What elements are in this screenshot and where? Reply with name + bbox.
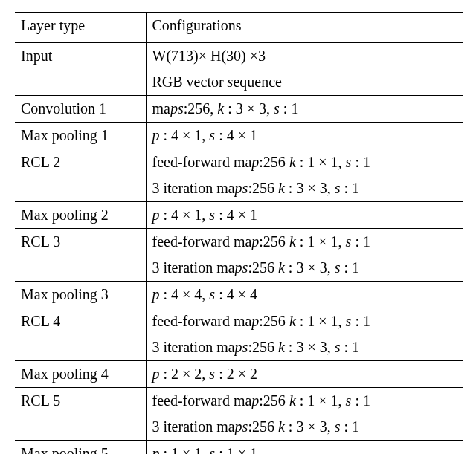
table-row: Max pooling 4p : 2 × 2, s : 2 × 2 [15,361,463,388]
config-cell: 3 iteration maps:256 k : 3 × 3, s : 1 [146,414,463,441]
config-cell: RGB vector sequence [146,69,463,96]
layer-type-cell: RCL 2 [15,149,146,202]
table-row: Max pooling 3p : 4 × 4, s : 4 × 4 [15,282,463,308]
table-row: Max pooling 1p : 4 × 1, s : 4 × 1 [15,123,463,149]
table-row: RCL 4feed-forward map:256 k : 1 × 1, s :… [15,308,463,334]
layer-type-cell: Max pooling 5 [15,441,146,454]
table-row: Max pooling 5p : 1 × 1, s : 1 × 1 [15,441,463,454]
table-row: RCL 2feed-forward map:256 k : 1 × 1, s :… [15,149,463,175]
table-row: RCL 5feed-forward map:256 k : 1 × 1, s :… [15,388,463,414]
layer-type-cell: RCL 3 [15,229,146,282]
config-cell: p : 4 × 1, s : 4 × 1 [146,202,463,229]
header-left: Layer type [15,13,146,39]
config-cell: W(713)× H(30) ×3 [146,43,463,70]
config-cell: feed-forward map:256 k : 1 × 1, s : 1 [146,388,463,414]
config-cell: p : 2 × 2, s : 2 × 2 [146,361,463,388]
table-header: Layer type Configurations [15,13,463,39]
config-cell: 3 iteration maps:256 k : 3 × 3, s : 1 [146,334,463,361]
config-cell: p : 1 × 1, s : 1 × 1 [146,441,463,454]
config-cell: feed-forward map:256 k : 1 × 1, s : 1 [146,149,463,175]
layer-type-cell: Convolution 1 [15,96,146,123]
layer-type-cell: Input [15,43,146,96]
layer-type-cell: Max pooling 2 [15,202,146,229]
config-cell: p : 4 × 4, s : 4 × 4 [146,282,463,308]
table-row: Max pooling 2p : 4 × 1, s : 4 × 1 [15,202,463,229]
table-row: Convolution 1maps:256, k : 3 × 3, s : 1 [15,96,463,123]
config-cell: feed-forward map:256 k : 1 × 1, s : 1 [146,308,463,334]
layer-type-cell: Max pooling 4 [15,361,146,388]
config-cell: 3 iteration maps:256 k : 3 × 3, s : 1 [146,175,463,202]
config-cell: feed-forward map:256 k : 1 × 1, s : 1 [146,229,463,255]
table-row: RCL 3feed-forward map:256 k : 1 × 1, s :… [15,229,463,255]
config-cell: 3 iteration maps:256 k : 3 × 3, s : 1 [146,255,463,282]
header-right: Configurations [146,13,463,39]
table-row: InputW(713)× H(30) ×3 [15,43,463,70]
layer-type-cell: RCL 5 [15,388,146,441]
layer-type-cell: Max pooling 3 [15,282,146,308]
config-cell: maps:256, k : 3 × 3, s : 1 [146,96,463,123]
config-cell: p : 4 × 1, s : 4 × 1 [146,123,463,149]
layer-type-cell: RCL 4 [15,308,146,361]
architecture-table: Layer type Configurations InputW(713)× H… [15,12,463,454]
layer-type-cell: Max pooling 1 [15,123,146,149]
